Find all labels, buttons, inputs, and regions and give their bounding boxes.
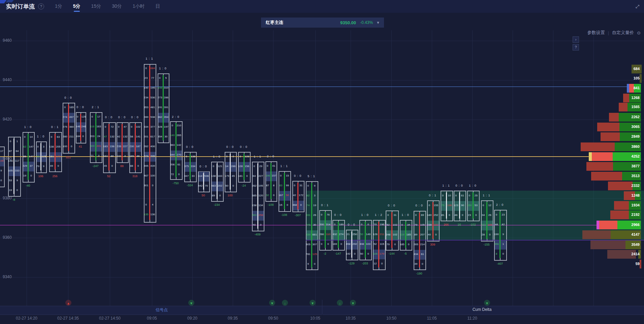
tab-timeframe-2[interactable]: 15分 — [91, 0, 102, 12]
candle-direction-line — [135, 124, 136, 170]
bid-volume-value: 0 — [414, 210, 418, 220]
imbalance-ratio-label: 1 : 1 — [275, 164, 293, 168]
candle-delta-label: -102 — [463, 223, 482, 226]
ask-volume-value: 536 — [151, 93, 155, 102]
signal-marker[interactable]: ▲ — [65, 300, 71, 306]
candle-delta-label: -5 — [396, 252, 415, 255]
bid-volume-value: 151 — [49, 152, 54, 161]
signal-marker[interactable]: ▼ — [188, 300, 194, 306]
ask-volume-value: 125 — [82, 112, 85, 122]
bid-volume-value: 0 — [441, 191, 445, 200]
ask-volume-value: 34 — [407, 220, 411, 230]
candle-delta-label: -8 — [4, 198, 24, 201]
tab-timeframe-4[interactable]: 1小时 — [132, 0, 146, 12]
volume-profile-value: 4252 — [616, 154, 640, 158]
volume-profile-bar — [597, 221, 599, 229]
ask-volume-value: 138 — [191, 152, 196, 161]
candle-direction-line — [149, 66, 150, 220]
signal-down-arrow-icon: ▼ — [485, 301, 489, 305]
bid-volume-value: 180 — [427, 210, 432, 220]
volume-profile-bar — [592, 152, 613, 161]
ask-volume-value: 195 — [151, 83, 155, 93]
ask-volume-value: 497 — [69, 112, 74, 122]
x-axis-label: 02-27 14:20 — [6, 316, 47, 321]
v-gridline — [432, 30, 432, 306]
ask-volume-value: 50 — [285, 190, 290, 200]
ask-volume-value: 0 — [56, 161, 61, 171]
bid-volume-value: 0 — [400, 220, 405, 230]
signal-down-arrow-icon: ↓ — [339, 301, 341, 305]
signal-down-arrow-icon: ↓ — [284, 301, 286, 305]
imbalance-ratio-label: 1 : 0 — [154, 67, 171, 70]
corner-decoration-2 — [6, 0, 13, 2]
ask-volume-value: 307 — [313, 239, 317, 249]
candle-delta-label: 41 — [72, 145, 89, 148]
volume-profile-bar — [640, 74, 642, 83]
signal-marker[interactable]: ↓ — [337, 300, 343, 306]
ask-volume-value: 0 — [407, 239, 411, 249]
ask-volume-value: 53 — [474, 200, 479, 210]
order-flow-app: 实时订单流 ? 1分5分15分30分1小时日 ⤢ 红枣主连 9350.00 -0… — [0, 0, 644, 324]
gear-icon[interactable]: ⊙ — [637, 30, 641, 35]
help-icon[interactable]: ? — [38, 3, 44, 9]
x-axis-label: 10:05 — [295, 316, 335, 321]
ask-volume-value: 0 — [474, 210, 479, 220]
bid-volume-value: 89 — [211, 191, 216, 200]
candle-delta-label: -247 — [86, 164, 105, 168]
panel-help-button[interactable]: ? — [573, 44, 579, 51]
ask-volume-value: 30 — [313, 220, 317, 230]
tab-timeframe-1[interactable]: 5分 — [72, 0, 81, 12]
signal-marker[interactable]: ▼ — [310, 300, 316, 306]
imbalance-ratio-label: 1 : 0 — [464, 184, 482, 187]
tab-timeframe-5[interactable]: 日 — [155, 0, 161, 12]
bid-volume-value: 192 — [346, 249, 351, 259]
candle-delta-label: -190 — [410, 272, 429, 275]
bid-volume-value: 175 — [225, 171, 229, 181]
imbalance-ratio-label: 1 : 2 — [369, 213, 388, 217]
tab-timeframe-3[interactable]: 30分 — [111, 0, 123, 12]
bid-volume-value: 300 — [90, 141, 95, 151]
signal-marker[interactable]: ▼ — [350, 300, 356, 306]
tab-timeframe-0[interactable]: 1分 — [54, 0, 63, 12]
bid-volume-value: 32 — [265, 190, 270, 200]
bid-volume-value: 201 — [144, 132, 149, 141]
bid-volume-value: 447 — [184, 171, 189, 181]
candle-direction-line — [432, 202, 433, 239]
ask-volume-value: 23 — [501, 210, 506, 220]
ask-volume-value: 9 — [313, 181, 317, 191]
candle-direction-line — [419, 213, 420, 267]
candle-direction-line — [257, 163, 258, 229]
fullscreen-icon[interactable]: ⤢ — [636, 4, 639, 9]
bid-volume-value: 53 — [36, 152, 40, 161]
ask-volume-value: 265 — [177, 130, 182, 140]
instrument-selector[interactable]: 红枣主连 9350.00 -0.43% ▼ — [261, 18, 384, 28]
ask-volume-value: 0 — [97, 151, 101, 161]
bid-volume-value: 0 — [103, 122, 108, 132]
h-gridline — [0, 41, 644, 41]
bid-volume-value: 42 — [117, 132, 121, 141]
bid-volume-value: 408 — [359, 239, 364, 249]
bid-volume-value: 0 — [467, 191, 472, 200]
volume-profile-bar — [581, 142, 615, 151]
candle-direction-line — [325, 212, 326, 248]
custom-volume-price-button[interactable]: 自定义量价 — [612, 30, 634, 36]
candle-delta-label: 321 — [59, 156, 78, 159]
bid-volume-value: 0 — [481, 200, 486, 210]
bid-volume-value: 89 — [414, 230, 418, 239]
bid-volume-value: 8 — [494, 249, 499, 259]
volume-profile-bar — [586, 162, 613, 171]
ask-volume-value: 205 — [56, 142, 61, 152]
parameter-settings-button[interactable]: 参数设置 — [587, 30, 605, 36]
ask-volume-value: 1 — [501, 239, 506, 249]
ask-volume-value: 61 — [460, 191, 465, 200]
ask-volume-value: 310 — [164, 83, 168, 93]
signal-marker[interactable]: ▼ — [484, 300, 490, 306]
ask-volume-value: 155 — [434, 200, 439, 210]
v-gridline — [553, 30, 553, 306]
candle-delta-label: 318 — [125, 174, 144, 178]
imbalance-ratio-label: 1 : 1 — [140, 57, 158, 60]
signal-marker[interactable]: ▼ — [269, 300, 275, 306]
candle-direction-line — [217, 163, 218, 199]
signal-marker[interactable]: ↓ — [282, 300, 288, 306]
collapse-panel-button[interactable]: › — [573, 36, 579, 43]
